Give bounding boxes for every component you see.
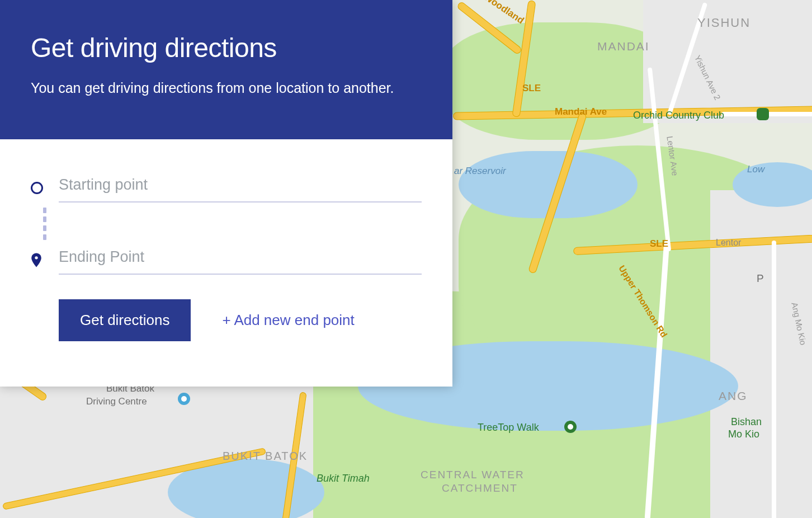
poi-marker-orchid-icon xyxy=(757,108,769,120)
poi-bbdc-2: Driving Centre xyxy=(86,396,147,407)
start-field-row xyxy=(31,173,422,203)
panel-body: Get directions + Add new end point xyxy=(0,139,452,387)
poi-central-water: CENTRAL WATER xyxy=(421,469,525,481)
district-ang: ANG xyxy=(719,389,748,403)
add-end-point-link[interactable]: + Add new end point xyxy=(222,312,354,329)
district-mandai: MANDAI xyxy=(597,40,650,53)
poi-treetop: TreeTop Walk xyxy=(478,422,539,434)
directions-panel: Get driving directions You can get drivi… xyxy=(0,0,452,387)
road-mandai-ave: Mandai Ave xyxy=(555,106,607,117)
panel-header: Get driving directions You can get drivi… xyxy=(0,0,452,139)
road-sle-1: SLE xyxy=(522,83,541,94)
poi-orchid: Orchid Country Club xyxy=(633,110,724,121)
end-input[interactable] xyxy=(59,245,422,275)
poi-low: Low xyxy=(747,164,764,175)
poi-marker-icon xyxy=(564,421,577,433)
start-point-icon xyxy=(31,181,59,194)
route-dots-icon xyxy=(31,203,59,245)
poi-lentor: Lentor xyxy=(716,238,741,248)
end-point-pin-icon xyxy=(31,252,59,267)
poi-bishan-1: Bishan xyxy=(731,416,762,428)
get-directions-button[interactable]: Get directions xyxy=(59,299,191,341)
district-bukit-batok: BUKIT BATOK xyxy=(223,450,308,463)
district-yishun: YISHUN xyxy=(697,16,750,30)
poi-marker-bbdc-icon xyxy=(178,393,190,405)
start-input[interactable] xyxy=(59,173,422,203)
poi-reservoir: ar Reservoir xyxy=(454,166,506,177)
poi-p: P xyxy=(757,272,764,285)
panel-subtitle: You can get driving directions from one … xyxy=(31,78,411,99)
svg-point-0 xyxy=(35,256,37,259)
poi-catchment: CATCHMENT xyxy=(442,482,518,495)
end-field-row xyxy=(31,245,422,275)
poi-bukit-timah: Bukit Timah xyxy=(317,473,370,484)
poi-bishan-2: Mo Kio xyxy=(728,428,759,440)
panel-actions: Get directions + Add new end point xyxy=(31,299,422,341)
road-sle-2: SLE xyxy=(650,238,668,249)
panel-title: Get driving directions xyxy=(31,32,422,63)
